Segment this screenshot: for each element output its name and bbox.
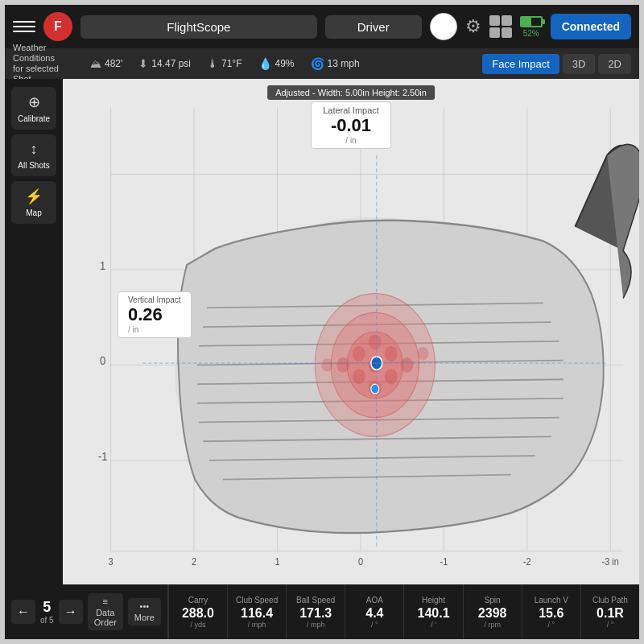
stat-unit-6: / ° — [547, 621, 555, 629]
more-button[interactable]: ••• More — [128, 598, 161, 625]
stat-header-1: Club Speed — [236, 596, 278, 605]
svg-text:-2: -2 — [523, 555, 531, 568]
stat-header-3: AOA — [366, 596, 383, 605]
stat-col: AOA 4.4 / ° — [345, 584, 403, 639]
view-2d-button[interactable]: 2D — [598, 54, 631, 74]
svg-point-46 — [321, 358, 332, 372]
nav-section: ← 5 of 5 → ≡ DataOrder ••• More — [5, 584, 168, 639]
weather-bar: Weather Conditions for selected Shot ⛰ 4… — [5, 48, 639, 79]
svg-point-45 — [418, 347, 429, 361]
svg-text:-1: -1 — [440, 555, 448, 568]
altitude-value: 482' — [105, 58, 122, 69]
svg-point-40 — [353, 346, 365, 361]
all-shots-button[interactable]: ↕ All Shots — [11, 134, 56, 176]
vertical-impact-box: Vertical Impact 0.26 / in — [118, 291, 192, 338]
svg-text:-3 in: -3 in — [602, 555, 619, 568]
altitude-icon: ⛰ — [90, 57, 101, 70]
stat-value-7: 0.1R — [597, 606, 624, 621]
face-impact-button[interactable]: Face Impact — [482, 54, 559, 74]
temperature-item: 🌡 71°F — [207, 57, 242, 70]
chart-area: Adjusted - Width: 5.00in Height: 2.50in … — [63, 79, 639, 584]
calibrate-button[interactable]: ⊕ Calibrate — [11, 87, 56, 130]
lateral-impact-unit: / in — [323, 136, 379, 145]
golf-ball-icon — [430, 13, 457, 40]
data-order-button[interactable]: ≡ DataOrder — [88, 593, 123, 630]
club-selector[interactable] — [325, 15, 422, 39]
lateral-impact-label: Lateral Impact — [323, 105, 379, 115]
stat-value-3: 4.4 — [365, 606, 383, 621]
menu-icon[interactable] — [13, 21, 35, 32]
weather-items: ⛰ 482' ⬇ 14.47 psi 🌡 71°F 💧 49% 🌀 13 mph — [90, 57, 482, 70]
main-content: ⊕ Calibrate ↕ All Shots ⚡ Map Adjusted -… — [5, 79, 639, 584]
svg-point-48 — [371, 384, 379, 394]
svg-text:3: 3 — [109, 555, 114, 568]
shot-counter: 5 of 5 — [40, 599, 54, 625]
svg-text:2: 2 — [192, 555, 196, 568]
vertical-impact-unit: / in — [128, 325, 181, 334]
adjusted-label: Adjusted - Width: 5.00in Height: 2.50in — [267, 85, 435, 100]
stat-value-2: 171.3 — [299, 606, 332, 621]
stat-value-1: 116.4 — [241, 606, 273, 621]
map-label: Map — [26, 208, 41, 217]
pressure-item: ⬇ 14.47 psi — [138, 57, 191, 70]
stats-table: Carry 288.0 / yds Club Speed 116.4 / mph… — [168, 584, 639, 639]
stat-unit-5: / rpm — [484, 621, 501, 629]
stat-header-2: Ball Speed — [296, 596, 335, 605]
lateral-impact-box: Lateral Impact -0.01 / in — [311, 101, 391, 149]
settings-icon[interactable]: ⚙ — [465, 16, 481, 37]
battery-percentage: 52% — [523, 29, 539, 38]
svg-text:1: 1 — [275, 555, 279, 568]
svg-text:1: 1 — [100, 258, 105, 272]
stat-header-7: Club Path — [592, 596, 628, 605]
battery-fill — [522, 18, 531, 26]
stat-col: Carry 288.0 / yds — [168, 584, 227, 639]
app-frame: F ⚙ 52% Connected Weather Conditions for… — [0, 0, 644, 644]
grid-icon[interactable] — [489, 15, 512, 38]
prev-shot-button[interactable]: ← — [11, 600, 35, 624]
temperature-value: 71°F — [221, 58, 242, 69]
left-sidebar: ⊕ Calibrate ↕ All Shots ⚡ Map — [5, 79, 63, 584]
app-title-input[interactable] — [80, 15, 317, 39]
map-icon: ⚡ — [25, 188, 43, 205]
svg-point-37 — [385, 346, 398, 361]
data-order-icon: ≡ — [103, 597, 108, 606]
battery-area: 52% — [520, 16, 543, 38]
vertical-impact-label: Vertical Impact — [128, 295, 181, 304]
stat-col: Ball Speed 171.3 / mph — [286, 584, 345, 639]
shot-total: of 5 — [40, 616, 54, 625]
stat-col: Club Speed 116.4 / mph — [227, 584, 286, 639]
svg-text:0: 0 — [358, 555, 363, 568]
stat-value-4: 140.1 — [417, 606, 449, 621]
next-shot-button[interactable]: → — [59, 600, 83, 624]
altitude-item: ⛰ 482' — [90, 57, 122, 70]
wind-value: 13 mph — [328, 58, 360, 69]
connected-button[interactable]: Connected — [551, 14, 631, 39]
stat-col: Launch V 15.6 / ° — [522, 584, 580, 639]
stats-bar: ← 5 of 5 → ≡ DataOrder ••• More Carry 28… — [5, 584, 639, 639]
svg-point-42 — [353, 369, 365, 384]
stat-unit-2: / mph — [307, 621, 325, 629]
temperature-icon: 🌡 — [207, 57, 218, 70]
svg-point-38 — [401, 357, 414, 373]
svg-point-39 — [385, 369, 398, 384]
stat-unit-4: / ' — [431, 621, 436, 629]
battery-icon — [520, 16, 543, 27]
map-button[interactable]: ⚡ Map — [11, 181, 56, 224]
all-shots-label: All Shots — [18, 161, 49, 170]
stat-header-6: Launch V — [535, 596, 568, 605]
more-label: More — [134, 613, 155, 622]
wind-icon: 🌀 — [311, 57, 324, 70]
stat-col: Club Path 0.1R / ° — [580, 584, 639, 639]
stat-value-6: 15.6 — [539, 606, 564, 621]
calibrate-icon: ⊕ — [28, 93, 40, 111]
stat-unit-1: / mph — [248, 621, 266, 629]
lateral-impact-value: -0.01 — [323, 115, 379, 136]
stat-unit-0: / yds — [190, 621, 205, 629]
wind-item: 🌀 13 mph — [311, 57, 360, 70]
view-3d-button[interactable]: 3D — [563, 54, 596, 74]
humidity-item: 💧 49% — [258, 57, 295, 70]
logo-icon: F — [43, 12, 72, 41]
shot-current: 5 — [40, 599, 54, 616]
calibrate-label: Calibrate — [18, 114, 50, 123]
stat-col: Height 140.1 / ' — [403, 584, 462, 639]
